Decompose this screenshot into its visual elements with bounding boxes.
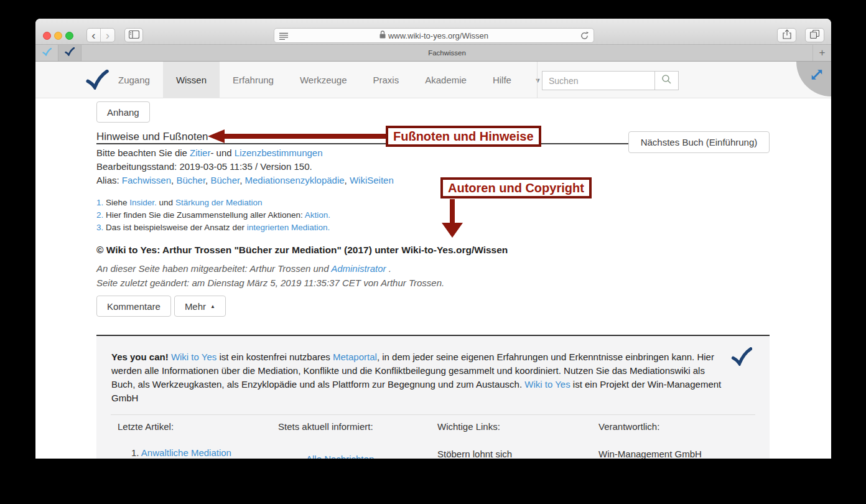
caret-up-icon: ▲ bbox=[210, 304, 215, 309]
staerkung-link[interactable]: Stärkung der Mediation bbox=[175, 198, 263, 207]
browser-window: ‹ › www.wiki-to-yes.org/Wissen bbox=[35, 19, 831, 459]
tab-bar: Fachwissen + bbox=[35, 45, 831, 62]
lock-icon bbox=[379, 30, 386, 40]
nav-item-praxis[interactable]: Praxis bbox=[360, 62, 412, 98]
forward-button[interactable]: › bbox=[101, 29, 114, 42]
footer-col-verantwortlich: Verantwortlich: Win-Management GmbH bbox=[598, 421, 754, 459]
footer-separator bbox=[111, 414, 755, 415]
footer-col-aktuell: Stets aktuell informiert: Alle Nachricht… bbox=[278, 421, 434, 459]
pinned-tab-2[interactable] bbox=[58, 45, 81, 61]
integrierte-mediation-link[interactable]: integrierten Mediation. bbox=[247, 223, 330, 232]
alias-link-wikiseiten[interactable]: WikiSeiten bbox=[350, 175, 394, 185]
footer-intro: Yes you can! Wiki to Yes ist ein kostenf… bbox=[111, 350, 724, 405]
search-icon bbox=[661, 74, 672, 87]
nav-divider bbox=[537, 62, 538, 98]
footnote-list: 1. Siehe Insider. und Stärkung der Media… bbox=[96, 197, 330, 234]
footnote-3: 3. Das ist beispielsweise der Ansatz der… bbox=[96, 222, 330, 234]
heading-rule bbox=[96, 143, 628, 144]
aktion-link[interactable]: Aktion. bbox=[305, 210, 330, 220]
annotation-box-footnotes: Fußnoten und Hinweise bbox=[386, 126, 541, 147]
next-book-button[interactable]: Nächstes Buch (Einführung) bbox=[628, 131, 770, 153]
last-changed-line: Seite zuletzt geändert: am Dienstag März… bbox=[96, 276, 444, 290]
copyright-line: © Wiki to Yes: Arthur Trossen "Bücher zu… bbox=[96, 245, 508, 256]
footnote-1: 1. Siehe Insider. und Stärkung der Media… bbox=[96, 197, 330, 209]
sidebar-toggle-button[interactable] bbox=[124, 28, 143, 42]
metaportal-link[interactable]: Metaportal bbox=[333, 352, 377, 362]
nav-item-erfahrung[interactable]: Erfahrung bbox=[220, 62, 287, 98]
search-button[interactable] bbox=[654, 71, 679, 90]
lizenz-link[interactable]: Lizenzbestimmungen bbox=[235, 147, 323, 158]
sidebar-icon bbox=[129, 30, 139, 41]
footer-col-header: Letzte Artikel: bbox=[118, 421, 273, 432]
site-footer: Yes you can! Wiki to Yes ist ein kostenf… bbox=[96, 336, 770, 459]
anwaltliche-mediation-link[interactable]: Anwaltliche Mediation bbox=[141, 447, 231, 458]
footer-list-item: Alle Nachrichten bbox=[278, 454, 434, 459]
search-area bbox=[542, 71, 679, 90]
footer-col-header: Stets aktuell informiert: bbox=[278, 421, 434, 432]
alias-link-fachwissen[interactable]: Fachwissen bbox=[122, 175, 171, 185]
footer-list-item: 1. Anwaltliche Mediation bbox=[118, 447, 273, 458]
alias-line: Alias: Fachwissen, Bücher, Bücher, Media… bbox=[96, 174, 394, 187]
nav-item-hilfe[interactable]: Hilfe bbox=[480, 62, 524, 98]
address-bar[interactable]: www.wiki-to-yes.org/Wissen bbox=[274, 28, 594, 43]
page-title: Hinweise und Fußnoten bbox=[96, 131, 208, 143]
administrator-link[interactable]: Administrator bbox=[331, 263, 386, 274]
page-content: Zugang Wissen Erfahrung Werkzeuge Praxis… bbox=[35, 62, 831, 459]
citation-notice-line: Bitte beachten Sie die Zitier- und Lizen… bbox=[96, 146, 394, 160]
footer-list-item: Stöbern lohnt sich bbox=[437, 449, 593, 459]
minimize-window-button[interactable] bbox=[54, 32, 62, 40]
footer-col-links: Wichtige Links: Stöbern lohnt sich bbox=[437, 421, 593, 459]
alias-link-buecher-1[interactable]: Bücher bbox=[176, 175, 205, 185]
footer-col-header: Verantwortlich: bbox=[598, 421, 754, 432]
footnote-2: 2. Hier finden Sie die Zusammenstellung … bbox=[96, 209, 330, 222]
tabs-icon bbox=[810, 30, 819, 41]
alle-nachrichten-link[interactable]: Alle Nachrichten bbox=[306, 454, 374, 459]
nav-item-werkzeuge[interactable]: Werkzeuge bbox=[287, 62, 360, 98]
annotation-arrow-down bbox=[442, 199, 463, 238]
share-icon bbox=[783, 29, 791, 42]
alias-link-enzyklopaedie[interactable]: Mediationsenzyklopädie bbox=[245, 175, 345, 185]
footer-check-logo-icon bbox=[731, 347, 752, 368]
wiki-to-yes-link-2[interactable]: Wiki to Yes bbox=[524, 379, 570, 390]
mehr-button[interactable]: Mehr▲ bbox=[174, 296, 226, 317]
anhang-tab-button[interactable]: Anhang bbox=[96, 101, 150, 123]
share-button[interactable] bbox=[777, 28, 796, 42]
footer-col-header: Wichtige Links: bbox=[437, 421, 593, 432]
active-tab[interactable]: Fachwissen bbox=[81, 45, 812, 61]
insider-link[interactable]: Insider. bbox=[129, 198, 157, 207]
check-icon-light bbox=[42, 47, 52, 58]
tab-overview-button[interactable] bbox=[805, 28, 824, 42]
action-buttons: Kommentare Mehr▲ bbox=[96, 296, 226, 317]
back-button[interactable]: ‹ bbox=[87, 29, 101, 42]
nav-item-zugang[interactable]: Zugang bbox=[105, 62, 163, 98]
nav-item-akademie[interactable]: Akademie bbox=[412, 62, 480, 98]
zoom-window-button[interactable] bbox=[65, 32, 73, 40]
close-window-button[interactable] bbox=[43, 32, 51, 40]
contributors-line: An dieser Seite haben mitgearbeitet: Art… bbox=[96, 261, 444, 276]
version-line: Bearbeitungsstand: 2019-03-05 11:35 / Ve… bbox=[96, 160, 394, 174]
meta-text-block: Bitte beachten Sie die Zitier- und Lizen… bbox=[96, 146, 394, 187]
site-navbar: Zugang Wissen Erfahrung Werkzeuge Praxis… bbox=[35, 62, 831, 98]
new-tab-button[interactable]: + bbox=[812, 45, 831, 61]
nav-item-wissen[interactable]: Wissen bbox=[163, 62, 220, 98]
tab-title: Fachwissen bbox=[428, 49, 466, 57]
alias-link-buecher-2[interactable]: Bücher bbox=[210, 175, 240, 185]
annotation-arrow-left bbox=[208, 129, 386, 143]
annotation-box-authors: Autoren und Copyright bbox=[440, 177, 592, 198]
contributors-block: An dieser Seite haben mitgearbeitet: Art… bbox=[96, 261, 444, 290]
expand-arrows-icon bbox=[810, 68, 824, 82]
pinned-tab-1[interactable] bbox=[35, 45, 58, 61]
footer-list-item: Win-Management GmbH bbox=[598, 449, 754, 459]
check-icon-navy bbox=[65, 47, 75, 58]
url-text: www.wiki-to-yes.org/Wissen bbox=[388, 31, 488, 40]
refresh-button[interactable] bbox=[580, 31, 589, 43]
zitier-link[interactable]: Zitier bbox=[190, 147, 210, 158]
wiki-to-yes-link-1[interactable]: Wiki to Yes bbox=[171, 352, 216, 362]
history-nav-group: ‹ › bbox=[86, 28, 115, 42]
kommentare-button[interactable]: Kommentare bbox=[96, 296, 171, 317]
search-input[interactable] bbox=[542, 71, 654, 90]
browser-titlebar: ‹ › www.wiki-to-yes.org/Wissen bbox=[35, 19, 831, 45]
footer-col-letzte-artikel: Letzte Artikel: 1. Anwaltliche Mediation bbox=[118, 421, 273, 458]
nav-menu: Zugang Wissen Erfahrung Werkzeuge Praxis… bbox=[105, 62, 551, 98]
